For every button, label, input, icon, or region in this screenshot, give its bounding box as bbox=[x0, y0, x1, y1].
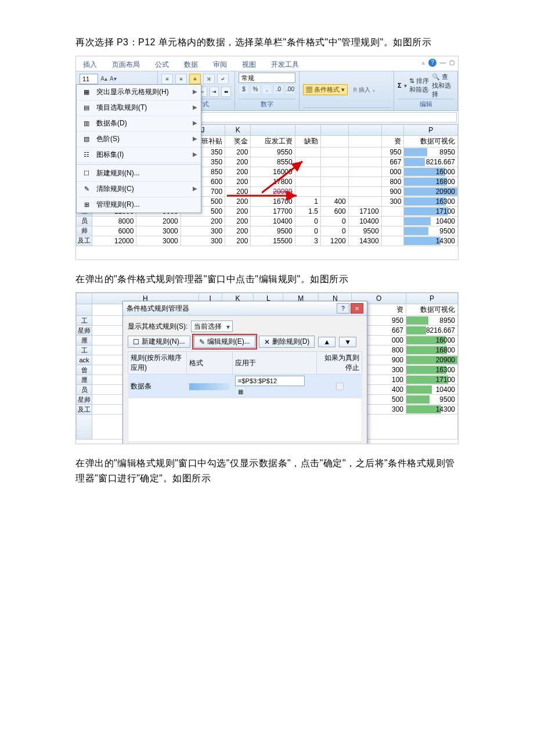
dropdown-item[interactable]: ▤项目选取规则(T)▶ bbox=[77, 100, 201, 116]
cell[interactable] bbox=[348, 177, 381, 186]
cell[interactable] bbox=[381, 226, 404, 236]
delete-rule-button[interactable]: ✕删除规则(D) bbox=[259, 336, 315, 348]
cell[interactable] bbox=[320, 177, 348, 186]
cell[interactable]: 10400 bbox=[348, 216, 381, 226]
cell[interactable]: 17100 bbox=[348, 206, 381, 216]
col-header[interactable] bbox=[320, 124, 348, 135]
ribbon-tab[interactable]: 视图 bbox=[240, 59, 258, 71]
cell[interactable] bbox=[381, 216, 404, 226]
databar-cell[interactable]: 17100 bbox=[406, 375, 458, 385]
cell[interactable]: 2000 bbox=[136, 216, 181, 226]
wrap-icon[interactable]: ⤶ bbox=[217, 74, 229, 84]
row-header[interactable]: 师 bbox=[77, 226, 92, 236]
stop-if-true-checkbox[interactable] bbox=[336, 383, 344, 390]
databar-cell[interactable]: 8216.667 bbox=[406, 326, 458, 336]
cell[interactable]: 3000 bbox=[136, 236, 181, 246]
cell[interactable] bbox=[348, 186, 381, 196]
cell[interactable] bbox=[348, 147, 381, 157]
dropdown-item[interactable]: ▥数据条(D)▶ bbox=[77, 116, 201, 132]
cell[interactable]: 200 bbox=[225, 196, 251, 206]
row-header[interactable]: 及工 bbox=[77, 236, 92, 246]
cell[interactable] bbox=[320, 167, 348, 177]
range-picker-icon[interactable]: ▦ bbox=[235, 386, 246, 397]
ribbon-tab[interactable]: 插入 bbox=[81, 59, 99, 71]
row-header[interactable]: 及工 bbox=[77, 405, 92, 415]
cell[interactable]: 200 bbox=[225, 157, 251, 167]
orientation-icon[interactable]: ⤭ bbox=[203, 74, 215, 84]
cell[interactable] bbox=[381, 236, 404, 246]
ribbon-tab[interactable]: 审阅 bbox=[211, 59, 229, 71]
inc-decimal-icon[interactable]: .0 bbox=[273, 84, 284, 95]
dialog-help-icon[interactable]: ? bbox=[337, 303, 349, 314]
databar-cell[interactable]: 14300 bbox=[404, 236, 458, 246]
dec-decimal-icon[interactable]: .00 bbox=[285, 84, 295, 95]
cell[interactable] bbox=[295, 167, 320, 177]
row-header[interactable]: 星师 bbox=[77, 326, 92, 336]
row-header[interactable]: 厘 bbox=[77, 336, 92, 345]
dropdown-item[interactable]: ☷图标集(I)▶ bbox=[77, 147, 201, 163]
align-top-icon[interactable]: ≡ bbox=[161, 74, 173, 84]
cell[interactable]: 10400 bbox=[251, 216, 295, 226]
cell[interactable]: 6000 bbox=[92, 226, 136, 236]
row-header[interactable]: 员 bbox=[77, 216, 92, 226]
cell[interactable] bbox=[295, 157, 320, 167]
cell[interactable] bbox=[295, 147, 320, 157]
font-size-combo[interactable]: 11 bbox=[80, 74, 98, 84]
edit-rule-button[interactable]: ✎编辑规则(E)... bbox=[194, 336, 255, 348]
cell[interactable]: 1.5 bbox=[295, 206, 320, 216]
col-header[interactable] bbox=[381, 124, 404, 135]
dropdown-item[interactable]: ☐新建规则(N)... bbox=[77, 166, 201, 182]
ribbon-tab[interactable]: 页面布局 bbox=[110, 59, 142, 71]
cell[interactable] bbox=[381, 206, 404, 216]
insert-button[interactable]: ⎘ 插入 ▾ bbox=[353, 86, 376, 94]
cell[interactable]: 16700 bbox=[251, 196, 295, 206]
find-select-button[interactable]: 🔍 查找和选择 bbox=[432, 73, 454, 99]
ribbon-tab[interactable]: 公式 bbox=[153, 59, 171, 71]
databar-cell[interactable]: 14300 bbox=[406, 405, 458, 415]
merge-icon[interactable]: ⬌ bbox=[221, 87, 231, 97]
font-shrink-icon[interactable]: A▾ bbox=[110, 75, 117, 82]
indent-inc-icon[interactable]: ⇥ bbox=[210, 87, 219, 97]
databar-cell[interactable]: 20900 bbox=[404, 186, 458, 196]
cell[interactable] bbox=[320, 157, 348, 167]
cell[interactable]: 9500 bbox=[251, 226, 295, 236]
col-header[interactable]: P bbox=[406, 293, 458, 304]
databar-cell[interactable]: 8216.667 bbox=[404, 157, 458, 167]
row-header[interactable]: 星师 bbox=[77, 395, 92, 405]
dropdown-item[interactable]: ▦突出显示单元格规则(H)▶ bbox=[77, 85, 201, 100]
align-mid-icon[interactable]: ≡ bbox=[175, 74, 187, 84]
cell[interactable] bbox=[320, 147, 348, 157]
dropdown-item[interactable]: ✎清除规则(C)▶ bbox=[77, 182, 201, 197]
cell[interactable]: 667 bbox=[381, 157, 404, 167]
rule-row[interactable]: 数据条 =$P$3:$P$12 ▦ bbox=[128, 375, 362, 398]
cell[interactable]: 16000 bbox=[251, 167, 295, 177]
databar-cell[interactable]: 16300 bbox=[404, 196, 458, 206]
cell[interactable]: 0 bbox=[295, 216, 320, 226]
cell[interactable]: 200 bbox=[225, 226, 251, 236]
cell[interactable]: 400 bbox=[320, 196, 348, 206]
help-icon[interactable]: ? bbox=[428, 59, 436, 67]
databar-cell[interactable]: 9500 bbox=[406, 395, 458, 405]
cell[interactable]: 200 bbox=[225, 186, 251, 196]
cell[interactable]: 9500 bbox=[348, 226, 381, 236]
move-down-button[interactable]: ▼ bbox=[339, 337, 356, 347]
ribbon-tab[interactable]: 开发工具 bbox=[269, 59, 301, 71]
cell[interactable]: 0 bbox=[295, 226, 320, 236]
col-header[interactable]: K bbox=[225, 124, 251, 135]
databar-cell[interactable]: 16300 bbox=[406, 365, 458, 375]
cell[interactable]: 3 bbox=[295, 236, 320, 246]
cell[interactable]: 000 bbox=[381, 167, 404, 177]
percent-icon[interactable]: % bbox=[250, 84, 261, 95]
cell[interactable] bbox=[348, 196, 381, 206]
minimize-icon[interactable]: — bbox=[440, 59, 446, 66]
cell[interactable]: 17800 bbox=[251, 177, 295, 186]
cell[interactable]: 200 bbox=[181, 216, 225, 226]
cell[interactable]: 800 bbox=[381, 177, 404, 186]
cell[interactable]: 8550 bbox=[251, 157, 295, 167]
row-header[interactable]: 工 bbox=[77, 316, 92, 326]
cell[interactable] bbox=[320, 186, 348, 196]
cell[interactable]: 17700 bbox=[251, 206, 295, 216]
cell[interactable]: 600 bbox=[320, 206, 348, 216]
cell[interactable] bbox=[348, 157, 381, 167]
col-header[interactable] bbox=[295, 124, 320, 135]
